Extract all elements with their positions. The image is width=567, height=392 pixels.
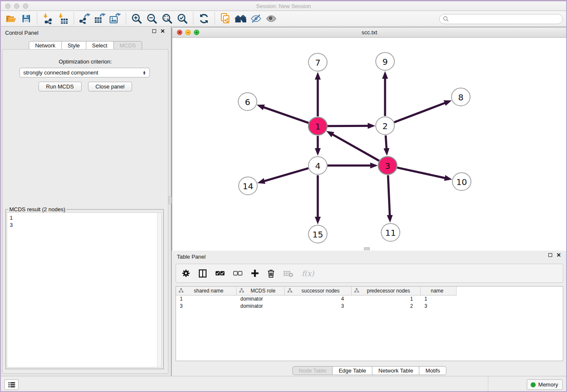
criterion-value: strongly connected component <box>23 69 98 76</box>
network-from-selection-button[interactable] <box>218 12 233 25</box>
close-panel-icon[interactable]: ✕ <box>160 29 165 33</box>
graph-node-label-2: 2 <box>383 121 388 131</box>
table-cell[interactable]: 4 <box>285 295 352 303</box>
zoom-out-button[interactable] <box>144 12 160 25</box>
graph-node-label-1: 1 <box>315 121 321 132</box>
toolbar-separator <box>193 13 193 25</box>
graph-edge-2-3[interactable] <box>385 135 386 149</box>
tab-style[interactable]: Style <box>62 41 86 50</box>
mcds-result-area[interactable]: 13 <box>7 213 162 367</box>
graph-edge-3-10[interactable] <box>397 168 446 178</box>
show-columns-button[interactable] <box>198 269 207 278</box>
column-label: name <box>421 288 456 294</box>
graph-edge-3-1[interactable] <box>332 134 379 161</box>
network-window-titlebar[interactable]: ✕ − + scc.txt <box>172 28 567 38</box>
task-history-button[interactable] <box>4 379 19 390</box>
zoom-selected-icon <box>177 13 188 24</box>
search-input[interactable] <box>451 16 557 22</box>
zoom-fit-button[interactable] <box>160 12 175 25</box>
tab-edge-table[interactable]: Edge Table <box>333 366 372 375</box>
graph-edge-1-6[interactable] <box>263 107 308 123</box>
table-cell[interactable]: 1 <box>176 295 237 303</box>
horizontal-splitter-grip[interactable] <box>364 247 370 250</box>
memory-status-icon <box>531 382 536 387</box>
float-panel-icon[interactable] <box>152 29 156 33</box>
result-scrollbar[interactable] <box>157 213 161 367</box>
deselect-all-rows-button[interactable] <box>233 271 242 276</box>
column-header-shared-name[interactable]: shared name <box>176 287 237 295</box>
delete-table-button[interactable] <box>283 270 293 277</box>
column-header-successor-nodes[interactable]: successor nodes <box>285 287 352 295</box>
deselect-all-icon <box>233 271 242 276</box>
table-cell[interactable]: dominator <box>237 303 285 310</box>
mcds-result-fieldset: MCDS result (2 nodes) 13 <box>6 209 164 369</box>
memory-button[interactable]: Memory <box>527 379 563 390</box>
criterion-dropdown[interactable]: strongly connected component ▲▼ <box>19 68 150 77</box>
close-table-panel-icon[interactable]: ✕ <box>556 253 561 257</box>
export-table-button[interactable] <box>92 12 107 25</box>
create-column-button[interactable] <box>251 269 259 277</box>
zoom-selected-button[interactable] <box>175 12 190 25</box>
memory-label: Memory <box>538 381 558 388</box>
column-header-MCDS-role[interactable]: MCDS role <box>237 287 285 295</box>
dropdown-stepper-icon: ▲▼ <box>143 71 146 75</box>
run-mcds-button[interactable]: Run MCDS <box>39 82 82 91</box>
refresh-button[interactable] <box>196 12 212 25</box>
import-network-button[interactable] <box>40 12 55 25</box>
hide-selected-button[interactable] <box>248 12 264 25</box>
table-cell[interactable]: 1 <box>352 295 421 303</box>
table-cell[interactable]: 3 <box>176 303 237 310</box>
table-row[interactable]: 1dominator411 <box>176 295 563 303</box>
table-row[interactable]: 3dominator323 <box>176 303 563 310</box>
table-cell[interactable]: 3 <box>421 303 457 310</box>
table-cell[interactable]: 2 <box>352 303 421 310</box>
float-table-panel-icon[interactable] <box>548 253 552 257</box>
tab-select[interactable]: Select <box>86 41 114 50</box>
zoom-fit-icon <box>162 13 173 24</box>
list-icon <box>8 382 15 388</box>
function-builder-button[interactable]: f(x) <box>302 269 314 278</box>
search-field-wrap[interactable] <box>439 14 563 24</box>
hide-selected-icon <box>250 14 262 24</box>
graph-edge-1-2[interactable] <box>328 126 369 126</box>
node-table[interactable]: shared nameMCDS rolesuccessor nodesprede… <box>176 286 563 361</box>
export-image-button[interactable] <box>107 12 123 25</box>
graph-edge-2-8[interactable] <box>394 102 446 122</box>
column-header-name[interactable]: name <box>421 287 457 295</box>
close-panel-button[interactable]: Close panel <box>88 82 132 91</box>
save-session-button[interactable] <box>19 12 34 25</box>
table-cell[interactable]: dominator <box>237 295 285 303</box>
node-table-body: 1dominator4113dominator323 <box>176 295 563 310</box>
import-network-icon <box>42 13 53 24</box>
delete-table-icon <box>283 270 293 277</box>
graph-edge-3-11[interactable] <box>388 175 390 216</box>
first-neighbors-button[interactable] <box>233 12 248 25</box>
table-cell[interactable]: 3 <box>285 303 352 310</box>
tab-mcds[interactable]: MCDS <box>114 41 142 50</box>
graph-edge-4-14[interactable] <box>263 168 308 181</box>
column-header-predecessor-nodes[interactable]: predecessor nodes <box>352 287 421 295</box>
select-all-rows-button[interactable] <box>215 271 225 276</box>
graph-node-label-9: 9 <box>383 57 388 67</box>
tab-motifs[interactable]: Motifs <box>419 366 446 375</box>
columns-icon <box>198 269 207 278</box>
tab-node-table[interactable]: Node Table <box>292 366 333 375</box>
table-settings-button[interactable] <box>182 269 190 277</box>
table-cell[interactable]: 1 <box>421 295 457 303</box>
gear-icon <box>182 269 190 277</box>
export-network-button[interactable] <box>77 12 92 25</box>
column-label: MCDS role <box>244 288 284 294</box>
zoom-in-button[interactable] <box>129 12 144 25</box>
network-canvas-svg: 7968124314101511 <box>172 38 567 251</box>
result-line: 3 <box>10 221 159 229</box>
network-canvas[interactable]: 7968124314101511 <box>172 38 567 251</box>
tab-network[interactable]: Network <box>29 41 62 50</box>
main-toolbar <box>0 11 567 27</box>
import-table-button[interactable] <box>55 12 71 25</box>
tab-network-table[interactable]: Network Table <box>372 366 419 375</box>
open-file-button[interactable] <box>3 12 19 25</box>
show-all-button[interactable] <box>264 12 279 25</box>
control-panel-title: Control Panel <box>5 30 39 36</box>
vertical-splitter-grip[interactable] <box>169 196 172 204</box>
delete-column-button[interactable] <box>267 269 275 278</box>
